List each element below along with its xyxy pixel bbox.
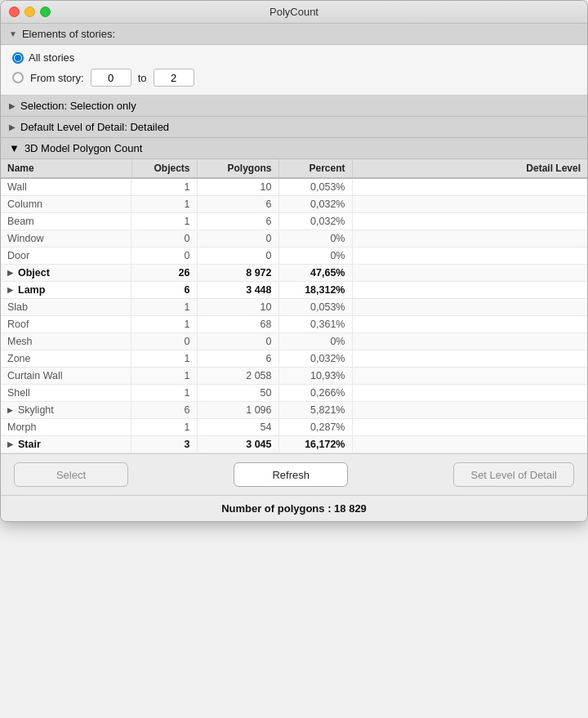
cell-percent: 0,287%	[278, 419, 352, 436]
cell-percent: 10,93%	[278, 368, 352, 385]
cell-detail	[352, 282, 587, 299]
selection-section-header[interactable]: ▶ Selection: Selection only	[1, 96, 587, 117]
cell-objects: 0	[131, 230, 197, 248]
expand-arrow-icon[interactable]: ▶	[7, 269, 13, 277]
cell-name: Door	[1, 248, 131, 264]
from-story-input[interactable]	[91, 69, 131, 87]
polygon-table-section: Name Objects Polygons Percent Detail Lev…	[1, 159, 587, 453]
cell-objects: 0	[131, 333, 197, 350]
cell-detail	[352, 248, 587, 265]
detail-section-label: Default Level of Detail: Detailed	[20, 121, 169, 133]
table-row: ▶Lamp63 44818,312%	[1, 282, 587, 299]
table-row: Curtain Wall12 05810,93%	[1, 368, 587, 385]
buttons-row: Select Refresh Set Level of Detail	[1, 453, 587, 495]
cell-objects: 1	[131, 299, 197, 316]
selection-section-label: Selection: Selection only	[20, 100, 136, 112]
cell-objects: 26	[131, 265, 197, 282]
cell-objects: 6	[131, 282, 197, 299]
table-row: Mesh000%	[1, 333, 587, 350]
elements-section-header[interactable]: ▼ Elements of stories:	[1, 24, 587, 45]
footer: Number of polygons : 18 829	[1, 495, 587, 521]
set-lod-button[interactable]: Set Level of Detail	[453, 462, 574, 487]
cell-detail	[352, 419, 587, 436]
all-stories-row[interactable]: All stories	[12, 51, 576, 64]
refresh-button[interactable]: Refresh	[234, 462, 348, 487]
table-row: ▶Object268 97247,65%	[1, 265, 587, 282]
table-row: Beam160,032%	[1, 213, 587, 230]
polygon-table: Name Objects Polygons Percent Detail Lev…	[1, 159, 587, 453]
cell-name: ▶Lamp	[1, 282, 131, 298]
cell-detail	[352, 436, 587, 453]
expand-arrow-icon[interactable]: ▶	[7, 440, 13, 448]
cell-percent: 16,172%	[278, 436, 352, 453]
all-stories-label: All stories	[29, 51, 74, 64]
window-controls	[9, 7, 51, 17]
cell-name: Mesh	[1, 333, 131, 350]
close-button[interactable]	[9, 7, 20, 17]
cell-polygons: 1 096	[197, 402, 278, 419]
col-objects: Objects	[131, 159, 197, 178]
cell-detail	[352, 178, 587, 196]
cell-detail	[352, 385, 587, 402]
cell-name: Shell	[1, 385, 131, 401]
cell-objects: 1	[131, 419, 197, 436]
cell-detail	[352, 368, 587, 385]
detail-arrow-icon: ▶	[9, 123, 16, 132]
cell-name: ▶Stair	[1, 436, 131, 453]
title-bar: PolyCount	[1, 1, 587, 24]
elements-section-label: Elements of stories:	[22, 28, 115, 40]
cell-percent: 0,053%	[278, 299, 352, 316]
cell-objects: 0	[131, 248, 197, 265]
cell-polygons: 0	[197, 333, 278, 350]
cell-percent: 0%	[278, 230, 352, 248]
expand-arrow-icon[interactable]: ▶	[7, 286, 13, 294]
cell-detail	[352, 299, 587, 316]
table-row: Window000%	[1, 230, 587, 248]
table-row: Morph1540,287%	[1, 419, 587, 436]
table-row: Door000%	[1, 248, 587, 265]
table-row: Zone160,032%	[1, 350, 587, 368]
from-story-radio[interactable]	[12, 72, 24, 83]
cell-objects: 1	[131, 350, 197, 368]
minimize-button[interactable]	[24, 7, 35, 17]
cell-objects: 1	[131, 213, 197, 230]
cell-polygons: 0	[197, 230, 278, 248]
cell-polygons: 54	[197, 419, 278, 436]
to-story-input[interactable]	[154, 69, 194, 87]
cell-objects: 1	[131, 368, 197, 385]
cell-percent: 0,053%	[278, 178, 352, 196]
table-row: Roof1680,361%	[1, 316, 587, 333]
cell-percent: 0,032%	[278, 213, 352, 230]
cell-percent: 0%	[278, 333, 352, 350]
cell-detail	[352, 316, 587, 333]
cell-objects: 1	[131, 316, 197, 333]
cell-name: ▶Skylight	[1, 402, 131, 418]
cell-detail	[352, 333, 587, 350]
from-story-row: From story: to	[12, 69, 576, 87]
expand-arrow-icon[interactable]: ▶	[7, 406, 13, 414]
cell-polygons: 3 448	[197, 282, 278, 299]
cell-name: Beam	[1, 213, 131, 230]
polycount-window: PolyCount ▼ Elements of stories: All sto…	[0, 0, 588, 522]
selection-arrow-icon: ▶	[9, 101, 16, 110]
col-name: Name	[1, 159, 131, 178]
table-row: Shell1500,266%	[1, 385, 587, 402]
polygon-section-label: 3D Model Polygon Count	[24, 142, 143, 154]
table-row: Slab1100,053%	[1, 299, 587, 316]
cell-percent: 0,361%	[278, 316, 352, 333]
cell-percent: 18,312%	[278, 282, 352, 299]
cell-name: Morph	[1, 419, 131, 435]
maximize-button[interactable]	[40, 7, 51, 17]
cell-objects: 1	[131, 385, 197, 402]
cell-name: Slab	[1, 299, 131, 315]
col-polygons: Polygons	[197, 159, 278, 178]
cell-objects: 1	[131, 196, 197, 213]
table-row: ▶Stair33 04516,172%	[1, 436, 587, 453]
detail-section-header[interactable]: ▶ Default Level of Detail: Detailed	[1, 117, 587, 138]
polygon-section-header[interactable]: ▼ 3D Model Polygon Count	[1, 138, 587, 159]
from-story-label: From story:	[30, 72, 84, 84]
select-button[interactable]: Select	[14, 462, 128, 487]
cell-name: Window	[1, 230, 131, 247]
all-stories-radio[interactable]	[12, 52, 24, 64]
cell-percent: 0,266%	[278, 385, 352, 402]
